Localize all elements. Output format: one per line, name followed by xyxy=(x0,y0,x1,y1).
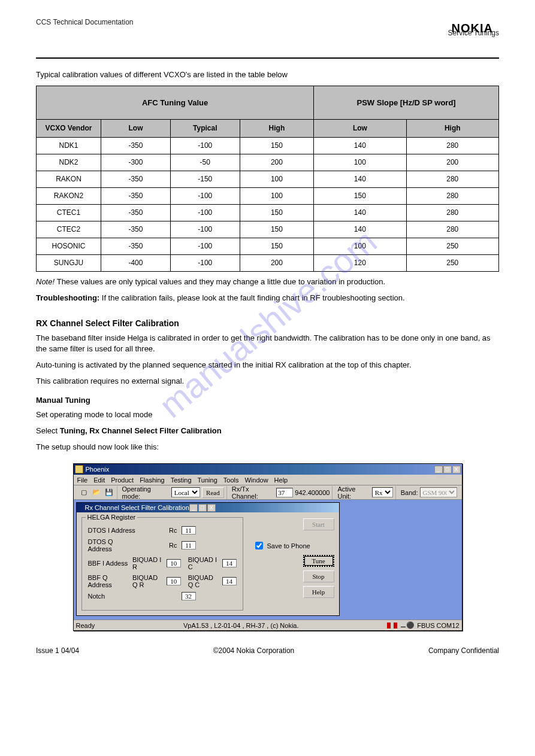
start-button[interactable]: Start xyxy=(303,518,334,530)
table-row: RAKON-350-150100140280 xyxy=(37,171,499,187)
table-intro: Typical calibration values of different … xyxy=(36,69,499,81)
doc-code: CCS Technical Documentation xyxy=(36,18,499,26)
heading-rx-filter: RX Channel Select Filter Calibration xyxy=(36,318,499,328)
opmode-label: Operating mode: xyxy=(122,485,170,500)
biquad-qc-label: BIQUAD Q C xyxy=(188,574,220,588)
menu-product[interactable]: Product xyxy=(111,476,134,484)
biquad-ir-label: BIQUAD I R xyxy=(132,556,164,570)
band-select[interactable]: GSM 900 xyxy=(420,487,457,497)
footer-right: Company Confidential xyxy=(428,646,499,655)
table-row: HOSONIC-350-100150100250 xyxy=(37,238,499,254)
table-row: CTEC1-350-100150140280 xyxy=(37,204,499,221)
statusbar: Ready VpA1.53 , L2-01-04 , RH-37 , (c) N… xyxy=(74,620,462,630)
biquad-qc-value[interactable] xyxy=(222,577,237,585)
page-header: CCS Technical Documentation NOKIA Servic… xyxy=(36,18,499,54)
col-head-3: High xyxy=(240,119,314,137)
status-indicator-icon xyxy=(387,623,391,629)
section2-p2: Auto-tuning is activated by the planned … xyxy=(36,360,499,371)
bbf-i-label: BBF I Addess xyxy=(88,560,130,567)
save-to-phone-label: Save to Phone xyxy=(267,542,310,549)
table-row: CTEC2-350-100150140280 xyxy=(37,221,499,238)
phoenix-window: Phoenix _ □ X File Edit Product Flashing… xyxy=(73,463,463,631)
window-title: Phoenix xyxy=(86,466,110,473)
document-page: manualshive.com CCS Technical Documentat… xyxy=(0,0,535,673)
menu-help[interactable]: Help xyxy=(274,476,288,484)
col-head-5: High xyxy=(406,119,498,137)
biquad-qr-value[interactable] xyxy=(167,577,181,585)
inner-title-text: Rx Channel Select Filter Calibration xyxy=(85,504,189,511)
toolbar: ▢ 📂 💾 Operating mode: Local Read Rx/Tx C… xyxy=(74,485,462,500)
col-head-0: VCXO Vendor xyxy=(37,119,101,137)
footer-center: ©2004 Nokia Corporation xyxy=(213,646,295,655)
biquad-ic-value[interactable] xyxy=(222,559,237,567)
inner-maximize-button[interactable]: □ xyxy=(198,504,207,512)
status-left: Ready xyxy=(76,622,95,629)
page-footer: Issue 1 04/04 ©2004 Nokia Corporation Co… xyxy=(36,643,499,655)
inner-minimize-button[interactable]: _ xyxy=(189,504,198,512)
col-head-1: Low xyxy=(101,119,171,137)
biquad-ir-value[interactable] xyxy=(167,559,181,567)
notch-label: Notch xyxy=(88,593,136,600)
close-button[interactable]: X xyxy=(452,466,461,473)
channel-input[interactable] xyxy=(276,488,293,497)
notch-value[interactable] xyxy=(182,592,196,600)
activeunit-select[interactable]: Rx xyxy=(372,487,393,497)
inner-titlebar[interactable]: Rx Channel Select Filter Calibration _ □… xyxy=(77,503,339,512)
menu-tuning[interactable]: Tuning xyxy=(198,476,217,484)
save-to-phone-checkbox[interactable] xyxy=(255,542,263,549)
footer-left: Issue 1 04/04 xyxy=(36,646,79,655)
note-text: Note! These values are only typical valu… xyxy=(36,277,499,288)
biquad-qr-label: BIQUAD Q R xyxy=(132,574,164,588)
menu-window[interactable]: Window xyxy=(244,476,268,484)
tune-button[interactable]: Tune xyxy=(303,555,334,567)
helga-fieldset: HELGA Register DTOS I Address Rc DTOS Q … xyxy=(81,517,243,611)
table-row: RAKON2-350-100100150280 xyxy=(37,187,499,204)
troubleshoot-text: Troubleshooting: If the calibration fail… xyxy=(36,293,499,304)
section-title-right: Service Tunings xyxy=(36,29,499,37)
menu-tools[interactable]: Tools xyxy=(223,476,239,484)
col-head-4: Low xyxy=(314,119,406,137)
channel-label: Rx/Tx Channel: xyxy=(232,485,275,500)
band-label: Band: xyxy=(401,489,418,496)
inner-app-icon xyxy=(78,504,85,511)
stop-button[interactable]: Stop xyxy=(303,570,334,582)
new-icon[interactable]: ▢ xyxy=(78,487,89,498)
help-button[interactable]: Help xyxy=(303,586,334,598)
titlebar[interactable]: Phoenix _ □ X xyxy=(74,464,462,475)
mdi-client-area: Rx Channel Select Filter Calibration _ □… xyxy=(74,500,462,620)
read-button[interactable]: Read xyxy=(202,487,224,498)
activeunit-label: Active Unit: xyxy=(337,485,370,500)
dtos-i-value[interactable] xyxy=(182,526,196,535)
brand-logo: NOKIA xyxy=(452,22,493,35)
dtos-q-label: DTOS Q Address xyxy=(88,538,136,552)
inner-right-column: Start Save to Phone Tune Stop Help xyxy=(249,517,334,611)
minimize-button[interactable]: _ xyxy=(434,466,443,473)
dtos-q-sub: Rc xyxy=(138,542,179,549)
dtos-q-value[interactable] xyxy=(182,541,196,549)
menu-file[interactable]: File xyxy=(77,476,88,484)
save-icon[interactable]: 💾 xyxy=(104,487,114,498)
maximize-button[interactable]: □ xyxy=(443,466,452,473)
manual-p2: Select Tuning, Rx Channel Select Filter … xyxy=(36,426,499,437)
app-icon xyxy=(75,465,83,473)
dtos-i-sub: Rc xyxy=(138,527,179,534)
fieldset-legend: HELGA Register xyxy=(86,514,138,521)
table-row: SUNGJU-400-100200120250 xyxy=(37,254,499,271)
section2-p1: The baseband filter inside Helga is cali… xyxy=(36,333,499,356)
opmode-select[interactable]: Local xyxy=(171,487,200,497)
group-head-left: AFC Tuning Value xyxy=(37,86,314,119)
open-icon[interactable]: 📂 xyxy=(91,487,102,498)
col-head-2: Typical xyxy=(170,119,240,137)
vcxo-table: AFC Tuning Value PSW Slope [Hz/D SP word… xyxy=(36,86,499,272)
dtos-i-label: DTOS I Address xyxy=(88,527,136,534)
status-indicator-icon xyxy=(394,623,397,629)
bbf-q-label: BBF Q Address xyxy=(88,574,130,588)
table-row: NDK2-300-50200100200 xyxy=(37,154,499,171)
biquad-ic-label: BIQUAD I C xyxy=(188,556,220,570)
menu-edit[interactable]: Edit xyxy=(93,476,105,484)
menu-testing[interactable]: Testing xyxy=(171,476,192,484)
menu-flashing[interactable]: Flashing xyxy=(140,476,165,484)
freq-label: 942.400000 xyxy=(295,489,330,496)
inner-close-button[interactable]: X xyxy=(207,504,216,512)
table-body: NDK1-350-100150140280 NDK2-300-502001002… xyxy=(37,137,499,271)
